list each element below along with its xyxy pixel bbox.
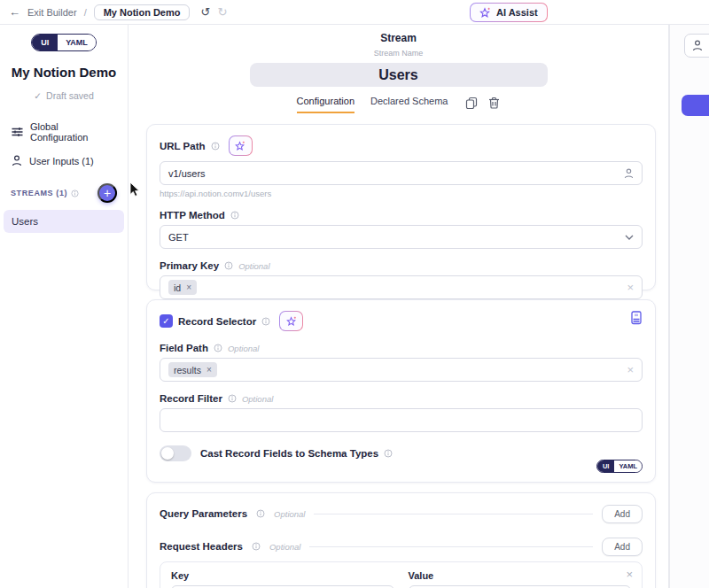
draft-status: Draft saved: [46, 90, 94, 101]
info-icon: [224, 261, 233, 270]
exit-builder-link[interactable]: Exit Builder: [27, 7, 77, 18]
requester-card: URL Path v1/users https://api.notion.com…: [146, 124, 656, 290]
add-query-parameter-button[interactable]: Add: [602, 505, 643, 523]
undo-icon[interactable]: ↺: [200, 5, 210, 19]
add-stream-button[interactable]: +: [97, 183, 117, 203]
ai-assist-label: AI Assist: [496, 7, 538, 18]
info-icon: [252, 542, 261, 551]
check-icon: ✓: [162, 316, 169, 326]
docs-icon[interactable]: [630, 311, 643, 325]
ui-toggle-option[interactable]: UI: [32, 35, 58, 50]
key-label: Key: [171, 570, 394, 581]
yaml-toggle-option[interactable]: YAML: [58, 35, 96, 50]
clear-field-icon[interactable]: ×: [627, 282, 634, 293]
tag-chip[interactable]: id ×: [168, 280, 197, 295]
divider: [309, 546, 593, 547]
request-headers-label: Request Headers: [160, 541, 243, 552]
plus-icon: +: [104, 186, 111, 200]
remove-tag-icon[interactable]: ×: [206, 365, 212, 375]
info-icon: [230, 211, 239, 220]
ui-yaml-toggle[interactable]: UI YAML: [31, 34, 97, 51]
copy-icon[interactable]: [465, 97, 478, 109]
request-header-row: × Key Notion-Version Value: [160, 561, 643, 588]
trash-icon[interactable]: [488, 97, 500, 109]
connector-title: My Notion Demo: [0, 65, 128, 80]
tag-chip[interactable]: results ×: [168, 362, 217, 377]
remove-row-icon[interactable]: ×: [626, 568, 633, 581]
info-icon: [71, 190, 79, 197]
chevron-down-icon: [625, 235, 634, 240]
test-stream-button[interactable]: [682, 95, 709, 116]
top-bar: ← Exit Builder / My Notion Demo ↺ ↻ AI A…: [0, 0, 709, 25]
field-path-tag-input[interactable]: results × ×: [160, 358, 643, 382]
primary-key-tag-input[interactable]: id × ×: [160, 275, 643, 299]
info-icon: [211, 142, 220, 151]
record-selector-checkbox[interactable]: ✓: [160, 314, 173, 328]
cast-fields-label: Cast Record Fields to Schema Types: [200, 448, 378, 459]
sidebar-item-label: Global Configuration: [30, 121, 116, 143]
url-path-label: URL Path: [160, 141, 206, 151]
user-input-icon[interactable]: [624, 168, 634, 179]
ai-suggest-button[interactable]: [229, 135, 253, 156]
ai-assist-button[interactable]: AI Assist: [470, 3, 548, 22]
divider: [314, 514, 593, 514]
record-filter-label: Record Filter: [160, 393, 222, 404]
info-icon: [214, 344, 222, 352]
info-icon: [261, 317, 270, 326]
ui-toggle-option[interactable]: UI: [597, 460, 615, 472]
testing-panel-edge: [669, 25, 709, 588]
record-selector-label: Record Selector: [178, 316, 256, 327]
breadcrumb-separator: /: [84, 7, 87, 18]
http-method-select[interactable]: GET: [160, 225, 643, 249]
builder-sidebar: UI YAML My Notion Demo ✓ Draft saved Glo…: [0, 25, 129, 588]
sidebar-stream-users[interactable]: Users: [4, 210, 124, 233]
record-selector-card: ✓ Record Selector Field Path: [146, 299, 656, 483]
back-arrow-icon[interactable]: ←: [9, 5, 20, 19]
optional-badge: Optional: [242, 394, 273, 404]
redo-icon: ↻: [217, 5, 227, 19]
sidebar-item-global-configuration[interactable]: Global Configuration: [0, 115, 128, 149]
streams-section-label: STREAMS (1): [11, 189, 67, 197]
stream-name-label: Stream Name: [129, 49, 668, 58]
stream-config-panel: Stream Stream Name Users Configuration D…: [129, 25, 669, 588]
info-icon: [384, 449, 393, 458]
cast-fields-toggle[interactable]: [160, 445, 191, 461]
remove-tag-icon[interactable]: ×: [186, 282, 191, 292]
optional-badge: Optional: [238, 261, 269, 271]
testing-values-menu[interactable]: [684, 34, 709, 58]
url-preview-text: https://api.notion.comv1/users: [160, 189, 643, 198]
value-label: Value: [409, 570, 632, 581]
sidebar-item-user-inputs[interactable]: User Inputs (1): [0, 149, 128, 173]
query-parameters-label: Query Parameters: [160, 508, 247, 519]
tab-declared-schema[interactable]: Declared Schema: [370, 96, 448, 113]
person-icon: [692, 40, 703, 51]
yaml-toggle-option[interactable]: YAML: [614, 460, 642, 472]
info-icon: [228, 394, 237, 403]
project-name-field[interactable]: My Notion Demo: [94, 4, 191, 20]
clear-field-icon[interactable]: ×: [627, 364, 634, 375]
record-filter-input[interactable]: [160, 408, 643, 432]
stream-name-input[interactable]: Users: [250, 63, 548, 87]
primary-key-label: Primary Key: [160, 260, 219, 271]
person-icon: [12, 155, 22, 166]
field-path-label: Field Path: [160, 343, 208, 353]
card-ui-yaml-toggle[interactable]: UI YAML: [596, 460, 643, 473]
optional-badge: Optional: [269, 542, 300, 552]
optional-badge: Optional: [274, 509, 305, 519]
panel-title: Stream: [129, 25, 668, 44]
ai-suggest-button[interactable]: [279, 311, 303, 331]
optional-badge: Optional: [228, 344, 259, 353]
sliders-icon: [12, 127, 23, 137]
check-icon: ✓: [34, 90, 42, 101]
request-options-card: Query Parameters Optional Add Request He…: [146, 492, 656, 588]
sidebar-item-label: User Inputs (1): [29, 156, 94, 166]
http-method-label: HTTP Method: [160, 210, 225, 220]
info-icon: [256, 509, 265, 518]
url-path-input[interactable]: v1/users: [160, 161, 643, 185]
tab-configuration[interactable]: Configuration: [297, 96, 354, 113]
sparkle-star-icon: [479, 7, 491, 19]
add-request-header-button[interactable]: Add: [602, 538, 643, 556]
